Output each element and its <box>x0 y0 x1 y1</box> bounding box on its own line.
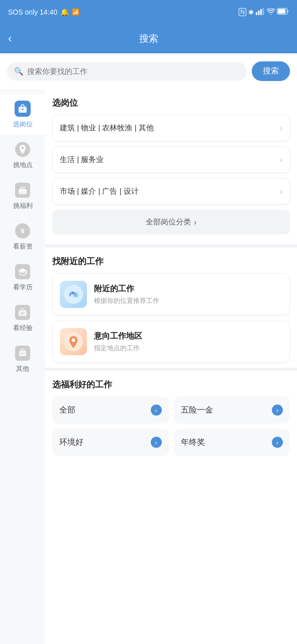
header: ‹ 搜索 <box>0 24 297 53</box>
chevron-right-icon-2: › <box>280 155 282 165</box>
svg-point-17 <box>22 353 23 354</box>
benefit-card-insurance[interactable]: 五险一金 › <box>174 396 290 424</box>
chevron-right-icon-1: › <box>280 124 282 133</box>
sidebar-item-salary[interactable]: ¥ 看薪资 <box>0 216 45 257</box>
svg-rect-5 <box>278 9 285 14</box>
nearby-card-2-subtitle: 指定地点的工作 <box>94 344 142 353</box>
category-card-2[interactable]: 生活 | 服务业 › <box>52 146 290 173</box>
job-icon <box>14 100 31 117</box>
salary-icon: ¥ <box>14 222 31 239</box>
benefit-arrow-insurance: › <box>272 405 283 416</box>
education-icon <box>14 263 31 280</box>
nearby-card-1-title: 附近的工作 <box>94 284 159 294</box>
sidebar-label-benefit: 挑福利 <box>13 201 33 210</box>
svg-rect-2 <box>260 9 262 15</box>
status-right: N ✱ <box>239 8 289 17</box>
sidebar-label-education: 看学历 <box>13 283 33 292</box>
svg-rect-10 <box>19 189 27 191</box>
category-card-3[interactable]: 市场 | 媒介 | 广告 | 设计 › <box>52 178 290 205</box>
signal-icon <box>256 8 265 17</box>
benefit-card-bonus[interactable]: 年终奖 › <box>174 429 290 456</box>
nearby-card-1-text: 附近的工作 根据你的位置推荐工作 <box>94 284 159 305</box>
search-icon: 🔍 <box>14 67 24 76</box>
benefits-grid: 全部 › 五险一金 › 环境好 › 年终奖 › <box>52 396 290 456</box>
benefit-arrow-bonus: › <box>272 437 283 448</box>
main-layout: 选岗位 挑地点 <box>0 89 297 644</box>
sidebar: 选岗位 挑地点 <box>0 89 45 644</box>
sidebar-item-benefit[interactable]: 挑福利 <box>0 176 45 216</box>
sidebar-item-other[interactable]: 其他 <box>0 339 45 379</box>
back-button[interactable]: ‹ <box>8 32 12 45</box>
benefit-label-environment: 环境好 <box>59 437 83 448</box>
svg-rect-1 <box>258 11 260 15</box>
search-input[interactable] <box>27 67 240 75</box>
search-button[interactable]: 搜索 <box>252 61 290 81</box>
nearby-work-section: 找附近的工作 附近的工作 根据你的位置推荐工作 <box>52 256 290 363</box>
other-icon <box>14 345 31 362</box>
bell-icon: 🔔 <box>60 8 69 16</box>
search-bar-container: 🔍 搜索 <box>0 53 297 89</box>
svg-point-8 <box>22 147 24 149</box>
benefit-label-all: 全部 <box>59 405 75 416</box>
nearby-card-1-subtitle: 根据你的位置推荐工作 <box>94 296 159 305</box>
sidebar-label-job: 选岗位 <box>13 120 33 129</box>
nearby-card-1[interactable]: 附近的工作 根据你的位置推荐工作 <box>52 273 290 315</box>
benefit-card-all[interactable]: 全部 › <box>52 396 169 424</box>
location-icon <box>14 141 31 158</box>
all-categories-chevron: › <box>194 218 196 226</box>
all-categories-button[interactable]: 全部岗位分类 › <box>52 210 290 234</box>
job-category-title: 选岗位 <box>52 97 290 109</box>
section-divider-1 <box>45 245 297 248</box>
nearby-card-2-text: 意向工作地区 指定地点的工作 <box>94 331 142 353</box>
bluetooth-icon: ✱ <box>248 9 254 16</box>
page-title: 搜索 <box>139 32 158 45</box>
region-work-icon <box>60 328 87 355</box>
status-bar: SOS only 14:40 🔔 📶 N ✱ <box>0 0 297 24</box>
category-label-3: 市场 | 媒介 | 广告 | 设计 <box>60 187 139 196</box>
benefit-arrow-all: › <box>151 405 162 416</box>
content-area: 选岗位 建筑 | 物业 | 农林牧渔 | 其他 › 生活 | 服务业 › 市场 … <box>45 89 297 644</box>
sidebar-label-location: 挑地点 <box>13 160 33 170</box>
nearby-card-2-title: 意向工作地区 <box>94 331 142 342</box>
svg-point-22 <box>72 292 74 294</box>
experience-icon <box>14 304 31 321</box>
benefits-section: 选福利好的工作 全部 › 五险一金 › 环境好 › 年终奖 › <box>52 379 290 456</box>
sim-icon: 📶 <box>72 9 79 16</box>
nearby-card-2[interactable]: 意向工作地区 指定地点的工作 <box>52 320 290 363</box>
status-text: SOS only 14:40 <box>8 8 57 16</box>
all-categories-label: 全部岗位分类 <box>146 217 191 227</box>
benefit-icon <box>14 182 31 199</box>
sidebar-label-salary: 看薪资 <box>13 242 33 251</box>
sidebar-item-experience[interactable]: 看经验 <box>0 298 45 339</box>
svg-point-16 <box>21 353 22 354</box>
battery-icon <box>277 8 289 16</box>
benefits-title: 选福利好的工作 <box>52 379 290 390</box>
nearby-work-icon <box>60 281 87 308</box>
benefit-label-insurance: 五险一金 <box>181 405 213 416</box>
sidebar-item-location[interactable]: 挑地点 <box>0 135 45 176</box>
sidebar-label-experience: 看经验 <box>13 324 33 333</box>
benefit-label-bonus: 年终奖 <box>181 437 205 448</box>
nfc-icon: N <box>239 8 246 16</box>
svg-rect-7 <box>22 109 24 110</box>
wifi-icon <box>267 9 275 16</box>
section-divider-2 <box>45 368 297 371</box>
job-category-section: 选岗位 建筑 | 物业 | 农林牧渔 | 其他 › 生活 | 服务业 › 市场 … <box>52 97 290 234</box>
svg-rect-0 <box>256 12 257 15</box>
svg-point-18 <box>24 353 25 354</box>
status-left: SOS only 14:40 🔔 📶 <box>8 8 79 16</box>
benefit-arrow-environment: › <box>151 437 162 448</box>
chevron-right-icon-3: › <box>280 187 282 196</box>
sidebar-label-other: 其他 <box>16 364 29 373</box>
nearby-work-title: 找附近的工作 <box>52 256 290 267</box>
benefit-card-environment[interactable]: 环境好 › <box>52 429 169 456</box>
search-input-wrapper: 🔍 <box>7 62 247 80</box>
category-label-2: 生活 | 服务业 <box>60 155 104 165</box>
sidebar-item-education[interactable]: 看学历 <box>0 257 45 298</box>
sidebar-item-job[interactable]: 选岗位 <box>0 94 45 135</box>
svg-rect-3 <box>263 8 264 15</box>
svg-point-24 <box>72 339 75 342</box>
category-label-1: 建筑 | 物业 | 农林牧渔 | 其他 <box>60 123 154 133</box>
category-card-1[interactable]: 建筑 | 物业 | 农林牧渔 | 其他 › <box>52 115 290 141</box>
